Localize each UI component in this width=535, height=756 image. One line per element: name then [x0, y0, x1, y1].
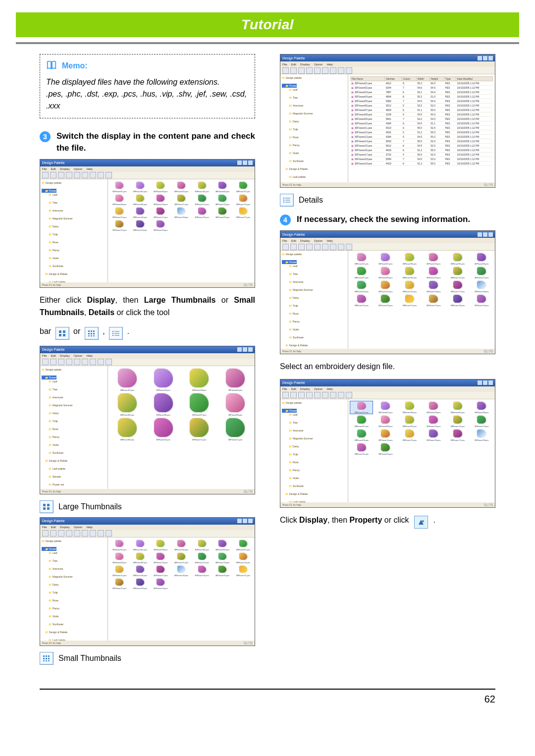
- details-icon[interactable]: [109, 327, 123, 340]
- tree-node[interactable]: Design & Palette: [282, 492, 346, 496]
- table-row[interactable]: ▣ 30Flower02.pes5344754.654.5PES10/10/20…: [350, 86, 492, 90]
- thumbnail-item[interactable]: 30Flower13.pes: [213, 552, 232, 564]
- thumbnail-item[interactable]: 30Flower18.pes: [172, 207, 191, 218]
- thumbnail-item[interactable]: 30Flower04.pes: [422, 401, 445, 414]
- content-pane[interactable]: 30Flower01.pes30Flower02.pes30Flower03.p…: [108, 538, 255, 641]
- toolbar-button[interactable]: [106, 359, 112, 365]
- resize-grip[interactable]: [244, 490, 253, 493]
- menu-item[interactable]: Edit: [51, 167, 56, 170]
- tree-node[interactable]: Violet: [42, 443, 106, 447]
- menu-item[interactable]: File: [282, 387, 287, 390]
- thumbnail-item[interactable]: 30Flower10.pes: [422, 267, 445, 279]
- tree-node[interactable]: Violet: [42, 256, 106, 260]
- thumbnail-item[interactable]: 30Flower05.pes: [192, 181, 212, 193]
- thumbnail-item[interactable]: 30Flower13.pes: [213, 194, 232, 206]
- thumbnail-item[interactable]: 30Flower05.pes: [110, 393, 145, 416]
- toolbar-button[interactable]: [322, 244, 328, 250]
- tree-node[interactable]: Design & Palette: [42, 630, 106, 634]
- tree-node[interactable]: Design palette: [42, 539, 106, 543]
- toolbar-button[interactable]: [298, 67, 305, 74]
- table-row[interactable]: ▣ 30Flower10.pes4284654.551.1PES10/10/20…: [350, 121, 492, 126]
- menu-item[interactable]: Help: [86, 354, 92, 357]
- toolbar-button[interactable]: [82, 172, 88, 178]
- toolbar-button[interactable]: [282, 392, 289, 398]
- thumbnail-item[interactable]: 30Flower12.pes: [192, 194, 212, 206]
- tree-node[interactable]: Anemone: [42, 209, 106, 213]
- thumbnail-item[interactable]: 30Flower15.pes: [110, 207, 129, 218]
- tree-node[interactable]: Sunflower: [282, 159, 346, 163]
- tree-node[interactable]: Magnolia Summer: [42, 575, 106, 579]
- thumbnail-item[interactable]: 30Flower18.pes: [470, 429, 493, 441]
- table-row[interactable]: ▣ 30Flower08.pes3159554.550.0PES10/10/20…: [350, 112, 492, 117]
- tree-node[interactable]: Daisy: [42, 583, 106, 587]
- tree-node[interactable]: Anemone: [42, 567, 106, 571]
- thumbnail-item[interactable]: 30Flower16.pes: [130, 565, 150, 577]
- thumbnail-item[interactable]: 30Flower03.pes: [182, 368, 216, 391]
- tree-node[interactable]: Leaf: [42, 551, 106, 555]
- thumbnail-item[interactable]: 30Flower12.pes: [218, 418, 253, 441]
- thumbnail-item[interactable]: 30Flower18.pes: [470, 280, 493, 293]
- tree-node[interactable]: Rose: [282, 135, 346, 139]
- toolbar-button[interactable]: [66, 530, 72, 537]
- tree-node[interactable]: Rose: [282, 312, 346, 316]
- toolbar-button[interactable]: [346, 244, 352, 250]
- small-thumbnails-icon[interactable]: [85, 327, 99, 340]
- resize-grip[interactable]: [244, 642, 253, 645]
- thumbnail-item[interactable]: 30Flower10.pes: [151, 194, 170, 206]
- tree-node[interactable]: Sample: [42, 475, 106, 479]
- toolbar-button[interactable]: [98, 172, 104, 178]
- tree-node[interactable]: Flower: [42, 376, 56, 379]
- tree-node[interactable]: Magnolia Summer: [282, 288, 346, 292]
- table-row[interactable]: ▣ 30Flower07.pes4829651.155.0PES10/10/20…: [350, 108, 492, 112]
- window-toolbar[interactable]: [40, 172, 255, 179]
- toolbar-button[interactable]: [282, 67, 289, 74]
- thumbnail-item[interactable]: 30Flower12.pes: [470, 415, 493, 428]
- thumbnail-item[interactable]: 30Flower02.pes: [374, 401, 397, 414]
- thumbnail-item[interactable]: 30Flower04.pes: [218, 368, 253, 391]
- thumbnail-item[interactable]: 30Flower10.pes: [151, 552, 170, 564]
- tree-node[interactable]: Sunflower: [282, 484, 346, 488]
- resize-grip[interactable]: [484, 350, 493, 353]
- tree-node[interactable]: Design palette: [282, 252, 346, 256]
- menu-item[interactable]: Option: [314, 239, 323, 242]
- toolbar-button[interactable]: [306, 67, 313, 74]
- thumbnail-item[interactable]: 30Flower09.pes: [130, 194, 150, 206]
- thumbnail-item[interactable]: 30Flower05.pes: [446, 253, 469, 265]
- thumbnail-item[interactable]: 30Flower18.pes: [172, 565, 191, 577]
- menu-item[interactable]: File: [42, 526, 47, 529]
- thumbnail-item[interactable]: 30Flower03.pes: [398, 401, 421, 414]
- tree-node[interactable]: Magnolia Summer: [282, 436, 346, 440]
- window-menubar[interactable]: FileEditDisplayOptionHelp: [40, 525, 255, 530]
- thumbnail-item[interactable]: 30Flower06.pes: [146, 393, 181, 416]
- thumbnail-item[interactable]: 30Flower07.pes: [350, 415, 373, 428]
- tree-node[interactable]: Violet: [42, 614, 106, 618]
- tree-node[interactable]: Flower: [282, 260, 297, 264]
- tree-node[interactable]: Design & Palette: [282, 343, 346, 347]
- tree-node[interactable]: Anemone: [282, 104, 346, 108]
- thumbnail-item[interactable]: 30Flower08.pes: [218, 393, 253, 416]
- window-menubar[interactable]: FileEditDisplayOptionHelp: [280, 61, 495, 67]
- thumbnail-item[interactable]: 30Flower17.pes: [151, 207, 170, 218]
- menu-item[interactable]: Edit: [291, 63, 296, 66]
- tree-node[interactable]: Anemone: [42, 395, 106, 399]
- thumbnail-item[interactable]: 30Flower21.pes: [233, 207, 253, 218]
- thumbnail-item[interactable]: 30Flower12.pes: [192, 552, 212, 564]
- thumbnail-item[interactable]: 30Flower15.pes: [110, 565, 129, 577]
- thumbnail-item[interactable]: 30Flower01.pes: [110, 181, 129, 193]
- toolbar-button[interactable]: [98, 530, 104, 537]
- thumbnail-item[interactable]: 30Flower08.pes: [110, 552, 129, 564]
- menu-item[interactable]: File: [42, 354, 47, 357]
- toolbar-button[interactable]: [346, 392, 352, 398]
- thumbnail-item[interactable]: 30Flower11.pes: [446, 415, 469, 428]
- toolbar-button[interactable]: [338, 67, 344, 74]
- tree-node[interactable]: Violet: [282, 476, 346, 480]
- tree-node[interactable]: Design & Palette: [42, 272, 106, 276]
- tree-node[interactable]: Violet: [282, 327, 346, 331]
- column-header[interactable]: Date Modified: [456, 77, 492, 81]
- toolbar-button[interactable]: [322, 67, 328, 74]
- thumbnail-item[interactable]: 30Flower24.pes: [470, 294, 493, 307]
- thumbnail-item[interactable]: 30Flower09.pes: [110, 418, 145, 441]
- column-header[interactable]: Stitches: [385, 77, 402, 81]
- resize-grip[interactable]: [484, 503, 493, 506]
- table-row[interactable]: ▣ 30Flower03.pes7887652.154.6PES10/10/20…: [350, 90, 492, 95]
